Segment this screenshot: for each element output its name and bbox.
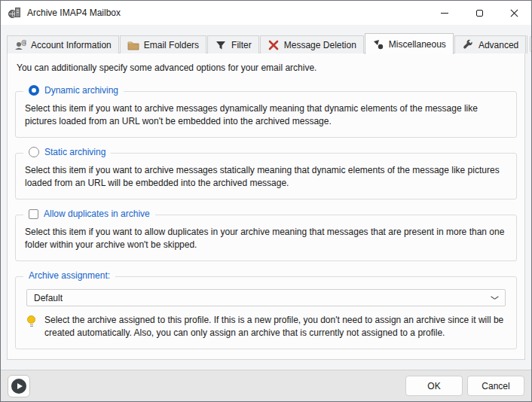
- archive-assignment-select[interactable]: Default: [26, 289, 506, 306]
- archive-assignment-label: Archive assignment:: [29, 270, 110, 281]
- archive-assignment-legend: Archive assignment:: [23, 270, 115, 281]
- tab-label: Miscellaneous: [389, 39, 446, 50]
- static-archiving-group: Static archiving Select this item if you…: [15, 153, 517, 199]
- archive-assignment-value: Default: [34, 293, 491, 303]
- dynamic-archiving-radio[interactable]: [29, 85, 39, 96]
- window-title: Archive IMAP4 Mailbox: [27, 8, 121, 18]
- misc-icon: [372, 38, 384, 50]
- archive-assignment-hint: Select the archive assigned to this prof…: [44, 314, 506, 340]
- mailbox-archive-icon: [8, 7, 21, 19]
- account-icon: @: [14, 39, 26, 51]
- lightbulb-icon: [26, 315, 37, 329]
- maximize-button[interactable]: [462, 1, 497, 25]
- close-icon: [510, 9, 518, 17]
- wrench-icon: [462, 39, 474, 51]
- allow-duplicates-description: Select this item if you want to allow du…: [25, 226, 507, 251]
- tab-miscellaneous[interactable]: Miscellaneous: [365, 33, 454, 54]
- archive-assignment-group: Archive assignment: Default Select the a…: [15, 276, 517, 349]
- dynamic-archiving-group: Dynamic archiving Select this item if yo…: [15, 91, 517, 138]
- filter-icon: [215, 39, 227, 51]
- static-archiving-radio[interactable]: [29, 147, 39, 157]
- allow-duplicates-checkbox[interactable]: [29, 209, 38, 219]
- ok-button[interactable]: OK: [405, 376, 463, 396]
- tab-label: Email Folders: [144, 40, 199, 50]
- tab-message-deletion[interactable]: Message Deletion: [260, 35, 364, 53]
- tab-bar: @ Account Information Email Folders Filt…: [1, 25, 531, 53]
- maximize-icon: [476, 10, 483, 17]
- delete-x-icon: [268, 39, 280, 51]
- tab-email-folders[interactable]: Email Folders: [120, 35, 206, 53]
- play-circle-icon: [11, 379, 26, 394]
- run-profile-button[interactable]: [8, 375, 30, 397]
- dynamic-archiving-option[interactable]: Dynamic archiving: [23, 85, 124, 96]
- tab-label: Message Deletion: [284, 40, 356, 50]
- svg-text:@: @: [21, 39, 26, 46]
- minimize-button[interactable]: [427, 1, 462, 25]
- dynamic-archiving-description: Select this item if you want to archive …: [25, 102, 507, 128]
- static-archiving-label: Static archiving: [44, 147, 105, 157]
- tab-label: Filter: [231, 40, 252, 50]
- cancel-button[interactable]: Cancel: [467, 376, 524, 396]
- archive-assignment-hint-row: Select the archive assigned to this prof…: [25, 314, 507, 340]
- allow-duplicates-option[interactable]: Allow duplicates in archive: [23, 209, 155, 219]
- static-archiving-option[interactable]: Static archiving: [23, 147, 111, 157]
- title-bar: Archive IMAP4 Mailbox: [1, 1, 531, 25]
- dialog-window: Archive IMAP4 Mailbox @ Account Informat…: [0, 0, 532, 402]
- dynamic-archiving-label: Dynamic archiving: [44, 85, 118, 96]
- tab-advanced[interactable]: Advanced: [454, 35, 526, 53]
- allow-duplicates-group: Allow duplicates in archive Select this …: [15, 215, 517, 261]
- tab-account-information[interactable]: @ Account Information: [7, 35, 119, 53]
- tab-label: Account Information: [31, 40, 112, 50]
- tab-partial-hidden[interactable]: [527, 35, 527, 53]
- folder-icon: [127, 39, 139, 51]
- minimize-icon: [441, 13, 448, 14]
- close-button[interactable]: [497, 1, 531, 25]
- tab-filter[interactable]: Filter: [207, 35, 259, 53]
- static-archiving-description: Select this item if you want to archive …: [25, 164, 507, 190]
- chevron-down-icon: [491, 296, 498, 300]
- tab-label: Advanced: [478, 40, 518, 50]
- dialog-footer: OK Cancel: [1, 370, 531, 401]
- tab-page-miscellaneous: You can additionally specify some advanc…: [7, 53, 525, 360]
- allow-duplicates-label: Allow duplicates in archive: [44, 209, 150, 219]
- page-intro-text: You can additionally specify some advanc…: [17, 62, 517, 73]
